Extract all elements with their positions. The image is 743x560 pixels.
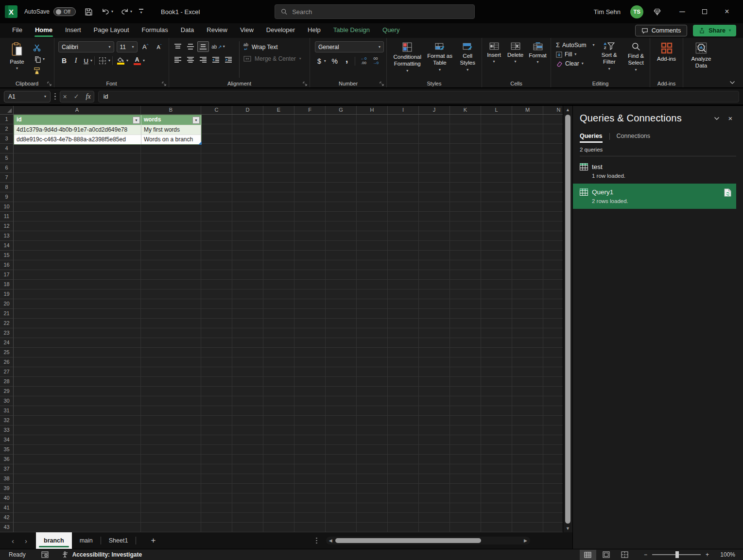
row-header[interactable]: 15 (0, 251, 14, 260)
top-align-button[interactable] (172, 41, 184, 52)
row-header[interactable]: 18 (0, 280, 14, 289)
zoom-level[interactable]: 100% (714, 551, 735, 558)
row-header[interactable]: 16 (0, 260, 14, 270)
column-header[interactable]: C (201, 106, 232, 114)
orientation-button[interactable]: ab↗ ▾ (210, 41, 226, 52)
clear-button[interactable]: Clear▾ (556, 60, 594, 67)
select-all-corner[interactable] (0, 106, 14, 115)
query-item-query1[interactable]: Query1 2 rows loaded. (573, 184, 736, 209)
currency-caret-icon[interactable]: ▾ (324, 59, 326, 63)
column-header[interactable]: E (263, 106, 294, 114)
row-header[interactable]: 7 (0, 173, 14, 183)
horizontal-scroll-thumb[interactable] (335, 538, 481, 543)
italic-button[interactable]: I (70, 55, 82, 66)
font-size-select[interactable]: 11▾ (117, 41, 138, 52)
tab-formulas[interactable]: Formulas (136, 23, 174, 38)
query-refresh-doc-icon[interactable] (724, 188, 731, 197)
row-header[interactable]: 20 (0, 299, 14, 309)
sheet-next-button[interactable]: › (25, 537, 27, 545)
scrollbar-splitter[interactable] (316, 538, 317, 544)
format-painter-button[interactable] (31, 66, 43, 76)
align-right-button[interactable] (197, 54, 209, 65)
panel-tab-queries[interactable]: Queries (580, 133, 603, 143)
table-header-cell-id[interactable]: id ▼ (14, 115, 141, 125)
cut-button[interactable] (31, 42, 43, 53)
query-item-test[interactable]: test 1 row loaded. (573, 158, 736, 184)
row-header[interactable]: 27 (0, 367, 14, 377)
collapse-ribbon-button[interactable] (729, 81, 735, 85)
zoom-out-button[interactable]: − (644, 551, 647, 558)
number-format-select[interactable]: General▾ (315, 41, 384, 52)
column-header[interactable]: I (388, 106, 419, 114)
insert-cells-button[interactable]: Insert ▾ (484, 40, 504, 79)
column-header[interactable]: L (481, 106, 512, 114)
sheet-prev-button[interactable]: ‹ (12, 537, 14, 545)
tab-help[interactable]: Help (301, 23, 327, 38)
find-select-button[interactable]: Find & Select ▾ (624, 40, 648, 79)
row-header[interactable]: 25 (0, 348, 14, 357)
row-header[interactable]: 24 (0, 338, 14, 348)
delete-cells-button[interactable]: Delete ▾ (505, 40, 526, 79)
row-header[interactable]: 8 (0, 183, 14, 192)
analyze-data-button[interactable]: Analyze Data (686, 40, 716, 79)
row-header[interactable]: 10 (0, 202, 14, 212)
cell-a2[interactable]: 4d1c379a-9d4d-4b0b-91e7-a0cd2d649e78 (14, 125, 141, 135)
row-header[interactable]: 6 (0, 163, 14, 173)
panel-close-button[interactable]: × (724, 114, 737, 122)
customize-quick-access-button[interactable]: ▾ (139, 9, 143, 15)
column-header[interactable]: M (512, 106, 543, 114)
align-left-button[interactable] (172, 54, 184, 65)
row-header[interactable]: 11 (0, 212, 14, 221)
insert-function-button[interactable]: fx (86, 93, 91, 101)
decrease-indent-button[interactable] (210, 54, 222, 65)
bold-button[interactable]: B (58, 55, 70, 66)
user-name[interactable]: Tim Sehn (594, 8, 621, 16)
filter-button[interactable]: ▼ (192, 117, 200, 124)
comma-style-button[interactable]: , (341, 56, 353, 67)
accessibility-status[interactable]: Accessibility: Investigate (61, 551, 142, 559)
font-color-caret-icon[interactable]: ▾ (143, 59, 145, 63)
tab-query[interactable]: Query (376, 23, 406, 38)
filter-button[interactable]: ▼ (133, 117, 140, 124)
tab-developer[interactable]: Developer (260, 23, 301, 38)
row-header[interactable]: 9 (0, 192, 14, 202)
number-dialog-launcher[interactable] (380, 82, 384, 86)
row-header[interactable]: 4 (0, 144, 14, 153)
row-header[interactable]: 17 (0, 270, 14, 280)
tab-view[interactable]: View (234, 23, 260, 38)
row-header[interactable]: 43 (0, 523, 14, 532)
addins-button[interactable]: Add-ins (653, 40, 680, 79)
tab-data[interactable]: Data (174, 23, 200, 38)
cells-area[interactable]: id ▼ words ▼ 4d1c379a-9d4d-4b0b-91e7-a0c… (14, 115, 563, 532)
sort-filter-button[interactable]: AZ Sort & Filter ▾ (597, 40, 621, 79)
column-header[interactable]: B (141, 106, 201, 114)
scroll-right-icon[interactable]: ▶ (521, 538, 530, 543)
share-button[interactable]: Share ▾ (693, 25, 736, 36)
row-header[interactable]: 32 (0, 416, 14, 425)
row-header[interactable]: 35 (0, 445, 14, 455)
minimize-button[interactable]: ─ (671, 0, 693, 23)
fill-color-button[interactable] (115, 55, 126, 66)
redo-button[interactable]: ▾ (120, 8, 132, 16)
tab-table-design[interactable]: Table Design (327, 23, 376, 38)
normal-view-button[interactable] (580, 550, 596, 560)
new-sheet-button[interactable]: + (151, 536, 156, 545)
decrease-decimal-button[interactable]: 00→0 (370, 56, 381, 67)
row-header[interactable]: 5 (0, 153, 14, 163)
horizontal-scrollbar[interactable]: ◀ ▶ (326, 537, 530, 544)
sheet-tab-branch[interactable]: branch (36, 532, 72, 549)
cell-styles-button[interactable]: Cell Styles ▾ (456, 40, 480, 79)
zoom-in-button[interactable]: + (706, 551, 709, 558)
formula-bar-splitter[interactable] (54, 93, 56, 100)
cell-a3[interactable]: dd8e919c-c463-4e7b-888a-a2398f5e85ed (14, 135, 141, 144)
avatar[interactable]: TS (630, 5, 643, 18)
tab-review[interactable]: Review (200, 23, 234, 38)
row-header[interactable]: 38 (0, 474, 14, 484)
scroll-up-icon[interactable]: ▲ (566, 106, 570, 114)
row-header[interactable]: 23 (0, 328, 14, 338)
column-header[interactable]: G (326, 106, 357, 114)
column-header[interactable]: N (543, 106, 563, 114)
wrap-text-button[interactable]: ab↵ Wrap Text (243, 43, 301, 51)
decrease-font-button[interactable]: Aˇ (154, 42, 165, 52)
autosave-control[interactable]: AutoSave Off (24, 7, 76, 16)
